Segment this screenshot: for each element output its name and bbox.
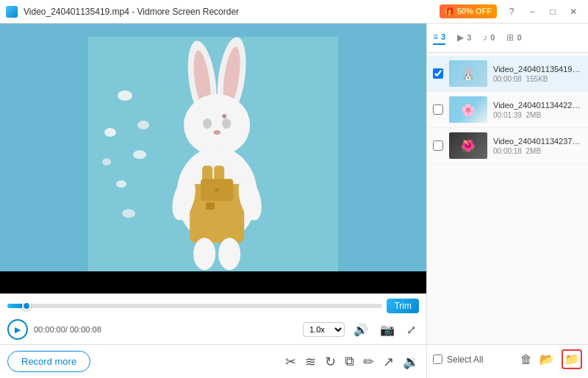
equalizer-icon: ≋ — [305, 354, 316, 370]
scrubber-track[interactable] — [7, 304, 382, 308]
tab-video[interactable]: ≡ 3 — [433, 32, 445, 45]
share-icon: ↗ — [383, 354, 394, 370]
copy-button[interactable]: ⧉ — [345, 354, 354, 369]
tab-audio-icon: ♪ — [483, 32, 487, 43]
expand-icon: ⤢ — [406, 323, 416, 337]
svg-point-2 — [104, 128, 116, 137]
tab-audio[interactable]: ♪ 0 — [483, 32, 495, 44]
expand-button[interactable]: ⤢ — [404, 321, 419, 338]
file-name-1: Video_240401135419.mp4 — [493, 65, 582, 74]
select-all-checkbox[interactable] — [433, 354, 442, 364]
audio-button[interactable]: 🔉 — [403, 354, 419, 370]
volume-button[interactable]: 🔊 — [351, 321, 371, 338]
folder-add-button[interactable]: 📁 — [562, 349, 582, 369]
delete-icon: 🗑 — [520, 353, 532, 365]
scrubber-thumb[interactable] — [22, 302, 31, 310]
tab-image-count: 0 — [517, 33, 521, 42]
minimize-button[interactable]: − — [523, 4, 541, 19]
record-more-button[interactable]: Record more — [7, 351, 90, 372]
file-name-3: Video_240401134237.mp4 — [493, 137, 582, 146]
list-item[interactable]: 🐰 Video_240401135419.mp4 00:00:08 155KB — [427, 56, 588, 92]
svg-point-12 — [184, 94, 250, 156]
window-title: Video_240401135419.mp4 - Vidmore Screen … — [24, 7, 440, 17]
svg-point-7 — [122, 210, 135, 218]
equalizer-button[interactable]: ≋ — [305, 354, 316, 370]
tab-play[interactable]: ▶ 3 — [457, 32, 471, 44]
folder-open-icon: 📂 — [539, 353, 554, 365]
file-thumb-1: 🐰 — [449, 60, 487, 87]
svg-point-16 — [222, 114, 226, 118]
play-button[interactable]: ▶ — [7, 319, 28, 340]
rotate-button[interactable]: ↻ — [325, 354, 336, 370]
edit-button[interactable]: ✏ — [363, 354, 374, 370]
tab-play-icon: ▶ — [457, 32, 464, 43]
svg-point-13 — [203, 118, 212, 129]
file-info-3: Video_240401134237.mp4 00:00:18 2MB — [493, 137, 582, 155]
icon-actions: 🗑 📂 📁 — [520, 349, 582, 369]
app-icon — [6, 6, 18, 18]
delete-button[interactable]: 🗑 — [520, 349, 532, 369]
tab-video-icon: ≡ — [433, 32, 438, 42]
tab-bar: ≡ 3 ▶ 3 ♪ 0 ⊞ 0 — [427, 24, 588, 53]
scrubber-row: Trim — [7, 299, 419, 313]
camera-button[interactable]: 📷 — [377, 321, 398, 338]
select-all-label: Select All — [447, 354, 483, 365]
svg-point-26 — [193, 238, 215, 271]
tab-image[interactable]: ⊞ 0 — [506, 32, 521, 44]
time-display: 00:00:00/ 00:00:08 — [34, 325, 101, 334]
left-panel: Trim ▶ 00:00:00/ 00:00:08 0.5x0.75x1.0x1… — [0, 24, 426, 378]
edit-icon: ✏ — [363, 354, 374, 370]
svg-point-27 — [218, 238, 240, 271]
file-list[interactable]: 🐰 Video_240401135419.mp4 00:00:08 155KB … — [427, 53, 588, 344]
trim-button[interactable]: Trim — [387, 299, 419, 313]
titlebar: Video_240401135419.mp4 - Vidmore Screen … — [0, 0, 588, 24]
file-info-2: Video_240401134422.mp4 00:01:39 2MB — [493, 101, 582, 119]
timeline-area: Trim ▶ 00:00:00/ 00:00:08 0.5x0.75x1.0x1… — [0, 293, 426, 344]
right-panel: ≡ 3 ▶ 3 ♪ 0 ⊞ 0 🐰 — [426, 24, 588, 378]
folder-add-icon: 📁 — [564, 353, 579, 365]
list-item[interactable]: 🌸 Video_240401134422.mp4 00:01:39 2MB — [427, 92, 588, 128]
file-checkbox-2[interactable] — [433, 104, 443, 115]
svg-point-4 — [116, 181, 126, 188]
close-button[interactable]: ✕ — [564, 4, 582, 19]
share-button[interactable]: ↗ — [383, 354, 394, 370]
help-button[interactable]: ? — [503, 4, 520, 19]
tab-play-count: 3 — [467, 33, 471, 42]
file-thumb-2: 🌸 — [449, 96, 487, 123]
maximize-button[interactable]: □ — [544, 4, 562, 19]
select-all-row: Select All 🗑 📂 📁 — [433, 349, 582, 369]
play-icon: ▶ — [15, 325, 21, 335]
window-controls: ? − □ ✕ — [503, 4, 582, 19]
svg-point-3 — [133, 150, 146, 159]
volume-icon: 🔊 — [354, 323, 368, 337]
video-bottom-bar — [0, 271, 426, 293]
tab-image-icon: ⊞ — [506, 32, 514, 43]
right-bottom-bar: Select All 🗑 📂 📁 — [427, 344, 588, 378]
file-info-1: Video_240401135419.mp4 00:00:08 155KB — [493, 65, 582, 83]
file-checkbox-1[interactable] — [433, 68, 443, 79]
svg-point-15 — [213, 130, 220, 135]
svg-point-1 — [118, 90, 132, 101]
file-meta-3: 00:00:18 2MB — [493, 147, 582, 155]
action-row: Record more ✂ ≋ ↻ ⧉ ✏ ↗ — [0, 344, 426, 378]
svg-point-22 — [215, 188, 219, 193]
main-container: Trim ▶ 00:00:00/ 00:00:08 0.5x0.75x1.0x1… — [0, 24, 588, 378]
video-area — [0, 24, 426, 293]
list-item[interactable]: 🌺 Video_240401134237.mp4 00:00:18 2MB — [427, 128, 588, 164]
tab-audio-count: 0 — [490, 33, 495, 42]
svg-point-6 — [137, 121, 149, 129]
video-canvas — [0, 24, 426, 293]
svg-point-14 — [222, 118, 231, 129]
tab-video-count: 3 — [441, 32, 445, 41]
scissors-icon: ✂ — [285, 354, 296, 370]
file-thumb-3: 🌺 — [449, 132, 487, 159]
file-meta-1: 00:00:08 155KB — [493, 75, 582, 83]
speed-select[interactable]: 0.5x0.75x1.0x1.25x1.5x2.0x — [303, 322, 345, 337]
svg-point-5 — [102, 158, 111, 165]
controls-row: ▶ 00:00:00/ 00:00:08 0.5x0.75x1.0x1.25x1… — [7, 316, 419, 341]
video-frame-svg — [88, 37, 338, 279]
folder-open-button[interactable]: 📂 — [539, 349, 554, 369]
scissors-button[interactable]: ✂ — [285, 354, 296, 370]
file-checkbox-3[interactable] — [433, 140, 443, 151]
promo-badge: 🎁 50% OFF — [440, 4, 497, 18]
